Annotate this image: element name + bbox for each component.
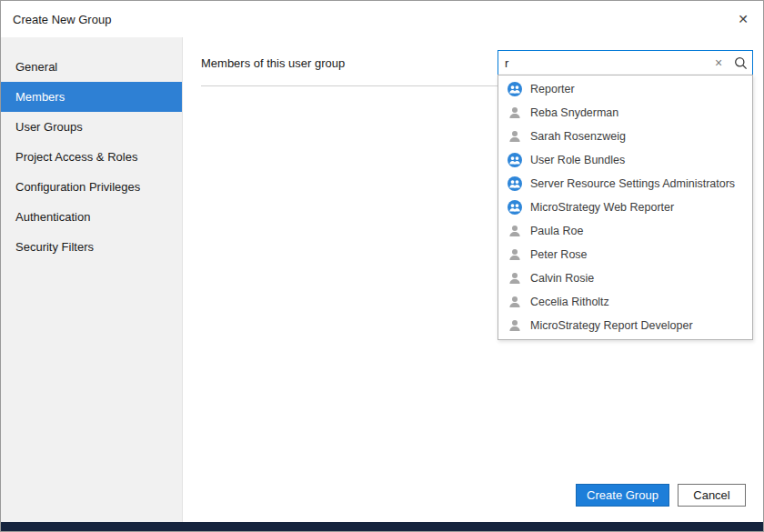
sidebar-item-general[interactable]: General [1,52,182,82]
main-panel: Members of this user group × ReporterReb… [183,37,763,522]
group-icon [508,200,522,215]
user-icon [508,295,522,309]
search-icon[interactable] [729,51,752,75]
window-title: Create New Group [13,13,111,26]
group-icon [508,153,522,167]
sidebar-item-project-access-roles[interactable]: Project Access & Roles [1,142,182,172]
user-icon [508,224,522,238]
group-icon [508,82,522,96]
list-item-label: Reba Snyderman [530,106,618,119]
user-icon [508,271,522,286]
list-item-reba-snyderman[interactable]: Reba Snyderman [498,101,752,125]
list-item-microstrategy-report-developer[interactable]: MicroStrategy Report Developer [498,314,752,337]
list-item-server-resource-settings-administrators[interactable]: Server Resource Settings Administrators [498,172,752,196]
clear-icon[interactable]: × [709,55,729,70]
member-search-input[interactable] [498,56,709,70]
list-item-sarah-rosenzweig[interactable]: Sarah Rosenzweig [498,125,752,148]
sidebar: GeneralMembersUser GroupsProject Access … [1,37,183,522]
list-item-microstrategy-web-reporter[interactable]: MicroStrategy Web Reporter [498,196,752,219]
list-item-peter-rose[interactable]: Peter Rose [498,243,752,266]
title-bar: Create New Group ✕ [1,1,763,37]
sidebar-item-configuration-privileges[interactable]: Configuration Privileges [1,172,182,202]
list-item-label: MicroStrategy Report Developer [530,319,693,332]
member-search: × [498,50,753,75]
list-item-label: Reporter [530,83,575,95]
sidebar-item-user-groups[interactable]: User Groups [1,112,182,142]
list-item-reporter[interactable]: Reporter [498,77,752,101]
list-item-label: Calvin Rosie [530,272,594,285]
list-item-label: MicroStrategy Web Reporter [530,201,674,214]
members-label: Members of this user group [201,51,345,76]
list-item-label: Cecelia Ritholtz [530,296,609,308]
user-icon [508,247,522,262]
sidebar-item-authentication[interactable]: Authentication [1,202,182,232]
list-item-label: Peter Rose [530,248,588,261]
create-new-group-dialog: Create New Group ✕ GeneralMembersUser Gr… [0,0,764,532]
sidebar-item-security-filters[interactable]: Security Filters [1,232,182,262]
list-item-label: Sarah Rosenzweig [530,130,626,143]
sidebar-item-members[interactable]: Members [1,82,182,112]
user-icon [508,105,522,120]
user-icon [508,129,522,144]
user-icon [508,318,522,333]
create-group-button[interactable]: Create Group [576,484,669,507]
group-icon [508,176,522,191]
list-item-calvin-rosie[interactable]: Calvin Rosie [498,266,752,290]
suggestion-list: ReporterReba SnydermanSarah RosenzweigUs… [498,75,753,340]
list-item-user-role-bundles[interactable]: User Role Bundles [498,148,752,172]
list-item-label: Paula Roe [530,225,583,237]
cancel-button[interactable]: Cancel [678,484,746,507]
list-item-paula-roe[interactable]: Paula Roe [498,219,752,243]
close-icon[interactable]: ✕ [723,1,763,37]
list-item-label: Server Resource Settings Administrators [530,177,735,190]
window-bottom-edge [1,522,763,531]
footer-buttons: Create Group Cancel [576,484,746,507]
list-item-label: User Role Bundles [530,154,625,166]
list-item-cecelia-ritholtz[interactable]: Cecelia Ritholtz [498,290,752,314]
